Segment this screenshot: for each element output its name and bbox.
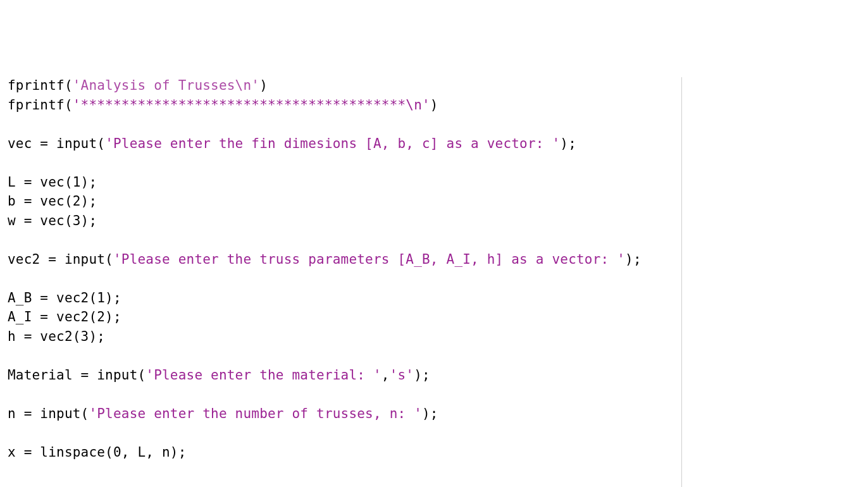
code-editor[interactable]: fprintf('Analysis of Trusses\n')fprintf(… <box>8 76 681 487</box>
code-line[interactable]: fprintf('Analysis of Trusses\n') <box>8 76 681 96</box>
code-line[interactable]: fprintf('*******************************… <box>8 96 681 115</box>
code-token: w = vec(3); <box>8 213 97 228</box>
code-line[interactable] <box>8 423 681 443</box>
code-token: A_B = vec2(1); <box>8 290 121 305</box>
code-token: b = vec(2); <box>8 194 97 209</box>
code-line[interactable] <box>8 385 681 404</box>
code-line[interactable] <box>8 346 681 366</box>
code-token: ); <box>422 406 438 421</box>
code-line[interactable]: A_I = vec2(2); <box>8 307 681 327</box>
code-line[interactable]: vec2 = input('Please enter the truss par… <box>8 250 681 269</box>
code-line[interactable]: vec = input('Please enter the fin dimesi… <box>8 134 681 154</box>
code-token: A_I = vec2(2); <box>8 309 121 324</box>
code-token: ) <box>259 78 268 93</box>
code-token: vec = input( <box>8 136 105 151</box>
code-line[interactable] <box>8 230 681 250</box>
code-token: vec2 = input( <box>8 252 113 267</box>
code-line[interactable] <box>8 114 681 134</box>
code-token: 's' <box>390 367 414 383</box>
code-token: ); <box>560 136 576 151</box>
code-token: ); <box>414 367 430 383</box>
code-line[interactable] <box>8 269 681 288</box>
code-token: ); <box>625 252 642 267</box>
right-margin-rule <box>681 77 682 487</box>
code-line[interactable]: b = vec(2); <box>8 192 681 211</box>
code-line[interactable] <box>8 153 681 173</box>
code-token: fprintf( <box>8 97 73 113</box>
code-token: ) <box>430 97 438 113</box>
code-line[interactable]: n = input('Please enter the number of tr… <box>8 404 681 424</box>
code-token: Material = input( <box>8 367 146 383</box>
code-line[interactable]: x = linspace(0, L, n); <box>8 443 681 462</box>
code-token: 'Analysis of Trusses\n' <box>73 78 259 93</box>
code-token: fprintf( <box>8 78 73 93</box>
code-token: x = linspace(0, L, n); <box>8 445 187 460</box>
editor-viewport: fprintf('Analysis of Trusses\n')fprintf(… <box>8 77 868 487</box>
code-token: h = vec2(3); <box>8 329 105 344</box>
code-token: 'Please enter the number of trusses, n: … <box>89 406 422 421</box>
code-token: '***************************************… <box>73 97 430 113</box>
code-line[interactable]: L = vec(1); <box>8 173 681 192</box>
code-token: n = input( <box>8 406 89 421</box>
code-token: , <box>381 367 390 383</box>
code-token: 'Please enter the material: ' <box>146 367 381 383</box>
code-token: 'Please enter the truss parameters [A_B,… <box>113 252 625 267</box>
code-line[interactable]: w = vec(3); <box>8 211 681 231</box>
code-line[interactable]: Material = input('Please enter the mater… <box>8 366 681 385</box>
code-line[interactable]: h = vec2(3); <box>8 327 681 347</box>
code-token: L = vec(1); <box>8 175 97 190</box>
code-token: 'Please enter the fin dimesions [A, b, c… <box>105 136 560 151</box>
code-line[interactable]: A_B = vec2(1); <box>8 288 681 308</box>
